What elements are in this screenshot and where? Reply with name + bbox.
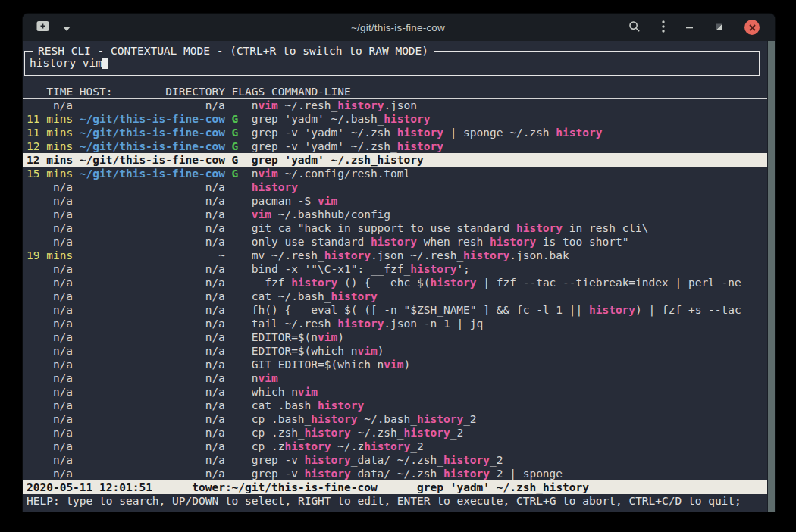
row-directory: n/a: [80, 208, 225, 221]
row-command: cp .bash_history ~/.bash_history_2: [252, 412, 768, 426]
close-button[interactable]: [743, 18, 761, 36]
table-row[interactable]: n/an/acp .zsh_history ~/.zsh_history_2: [23, 426, 768, 440]
match-highlight: vim: [258, 167, 277, 180]
row-time: n/a: [27, 262, 73, 276]
match-highlight: history: [490, 236, 536, 248]
status-bar: 2020-05-11 12:01:51 tower:~/git/this-is-…: [23, 480, 768, 494]
row-command: nvim ~/.resh_history.json: [252, 99, 768, 112]
new-tab-button[interactable]: [35, 19, 51, 36]
row-flags: [232, 289, 239, 303]
table-row[interactable]: 19 mins~mv ~/.resh_history.json ~/.resh_…: [23, 249, 768, 262]
titlebar[interactable]: ~/git/this-is-fine-cow: [23, 14, 775, 41]
row-directory: ~/git/this-is-fine-cow: [80, 139, 225, 153]
row-directory: n/a: [80, 453, 225, 467]
row-flags: [232, 194, 239, 208]
row-time: n/a: [27, 194, 73, 208]
table-row[interactable]: n/an/acp .zhistory ~/.zhistory_2: [23, 440, 768, 453]
search-button[interactable]: [627, 19, 642, 36]
row-command: nvim: [252, 371, 768, 385]
row-flags: G: [232, 167, 239, 180]
match-highlight: history: [516, 222, 563, 234]
minimize-button[interactable]: [685, 20, 695, 35]
row-time: 12 mins: [27, 153, 73, 167]
table-row[interactable]: n/an/acat ~/.bash_history: [23, 289, 768, 303]
row-command: mv ~/.resh_history.json ~/.resh_history.…: [252, 249, 768, 262]
row-time: 19 mins: [27, 249, 73, 262]
row-command: only use standard history when resh hist…: [252, 235, 768, 249]
close-icon: [744, 20, 760, 35]
table-row[interactable]: n/an/aGIT_EDITOR=$(which nvim): [23, 358, 768, 371]
row-time: n/a: [27, 289, 73, 303]
row-command: grep -v 'yadm' ~/.zsh_history | sponge ~…: [252, 126, 768, 139]
row-flags: G: [232, 112, 239, 126]
row-directory: n/a: [80, 371, 225, 385]
row-directory: n/a: [80, 235, 225, 249]
table-row[interactable]: n/an/ahistory: [23, 180, 768, 194]
help-bar: HELP: type to search, UP/DOWN to select,…: [23, 494, 768, 508]
match-highlight: history: [305, 454, 351, 466]
row-flags: [232, 249, 239, 262]
tab-list-button[interactable]: [61, 20, 72, 35]
menu-button[interactable]: [660, 19, 666, 36]
table-row[interactable]: n/an/aEDITOR=$(nvim): [23, 330, 768, 344]
row-flags: [232, 208, 239, 221]
row-command: __fzf_history () { __ehc $(history | fzf…: [252, 276, 768, 289]
row-flags: [232, 344, 239, 358]
row-flags: [232, 358, 239, 371]
row-directory: n/a: [80, 99, 225, 112]
row-command: grep 'yadm' ~/.bash_history: [252, 112, 768, 126]
row-flags: [232, 426, 239, 440]
row-directory: n/a: [80, 194, 225, 208]
row-time: n/a: [27, 426, 73, 440]
table-row[interactable]: n/an/agrep -v history_data/ ~/.zsh_histo…: [23, 467, 768, 480]
row-time: 12 mins: [27, 139, 73, 153]
titlebar-right: [594, 18, 775, 36]
table-row[interactable]: n/an/a__fzf_history () { __ehc $(history…: [23, 276, 768, 289]
table-row[interactable]: n/an/agrep -v history_data/ ~/.zsh_histo…: [23, 453, 768, 467]
match-highlight: history: [430, 277, 476, 289]
table-row[interactable]: 12 mins~/git/this-is-fine-cowGgrep -v 'y…: [23, 139, 768, 153]
scrollbar[interactable]: [767, 41, 775, 512]
match-highlight: history: [318, 399, 364, 412]
row-directory: ~/git/this-is-fine-cow: [80, 153, 225, 167]
row-command: history: [252, 180, 768, 194]
row-time: n/a: [27, 385, 73, 399]
match-highlight: history: [371, 236, 417, 248]
row-flags: [232, 276, 239, 289]
table-row[interactable]: n/an/anvim: [23, 371, 768, 385]
table-row[interactable]: 11 mins~/git/this-is-fine-cowGgrep 'yadm…: [23, 112, 768, 126]
table-row[interactable]: 15 mins~/git/this-is-fine-cowGnvim ~/.co…: [23, 167, 768, 180]
table-row[interactable]: n/an/avim ~/.bashhub/config: [23, 208, 768, 221]
table-header: TIME HOST: DIRECTORY FLAGS COMMAND-LINE: [23, 85, 768, 99]
row-command: grep -v history_data/ ~/.zsh_history_2 |…: [252, 467, 768, 480]
row-command: fh() { eval $( ([ -n "$ZSH_NAME" ] && fc…: [252, 303, 768, 317]
restore-button[interactable]: [713, 20, 725, 35]
table-row[interactable]: 11 mins~/git/this-is-fine-cowGgrep -v 'y…: [23, 126, 768, 139]
row-command: cat .bash_history: [252, 399, 768, 412]
match-highlight: history: [305, 468, 351, 480]
row-flags: [232, 99, 239, 112]
row-command: grep 'yadm' ~/.zsh_history: [252, 153, 768, 167]
table-row[interactable]: n/an/aEDITOR=$(which nvim): [23, 344, 768, 358]
table-row[interactable]: n/an/awhich nvim: [23, 385, 768, 399]
table-row[interactable]: n/an/acat .bash_history: [23, 399, 768, 412]
row-time: n/a: [27, 371, 73, 385]
row-directory: ~/git/this-is-fine-cow: [80, 112, 225, 126]
match-highlight: history: [410, 263, 456, 275]
table-row[interactable]: n/an/apacman -S vim: [23, 194, 768, 208]
terminal-content: RESH CLI - CONTEXTUAL MODE - (CTRL+R to …: [23, 41, 775, 512]
table-row[interactable]: n/an/atail ~/.resh_history.json -n 1 | j…: [23, 317, 768, 330]
table-row[interactable]: n/an/abind -x '"\C-x1": __fzf_history';: [23, 262, 768, 276]
table-row[interactable]: n/an/agit ca "hack in support to use sta…: [23, 221, 768, 235]
table-row[interactable]: n/an/afh() { eval $( ([ -n "$ZSH_NAME" ]…: [23, 303, 768, 317]
table-row-selected[interactable]: 12 mins~/git/this-is-fine-cowGgrep 'yadm…: [23, 153, 768, 167]
row-directory: n/a: [80, 385, 225, 399]
table-row[interactable]: n/an/aonly use standard history when res…: [23, 235, 768, 249]
table-row[interactable]: n/an/anvim ~/.resh_history.json: [23, 99, 768, 112]
row-directory: n/a: [80, 289, 225, 303]
match-highlight: history: [337, 99, 384, 111]
row-command: cat ~/.bash_history: [252, 289, 768, 303]
table-row[interactable]: n/an/acp .bash_history ~/.bash_history_2: [23, 412, 768, 426]
row-command: grep -v history_data/ ~/.zsh_history_2: [252, 453, 768, 467]
row-time: 15 mins: [27, 167, 73, 180]
